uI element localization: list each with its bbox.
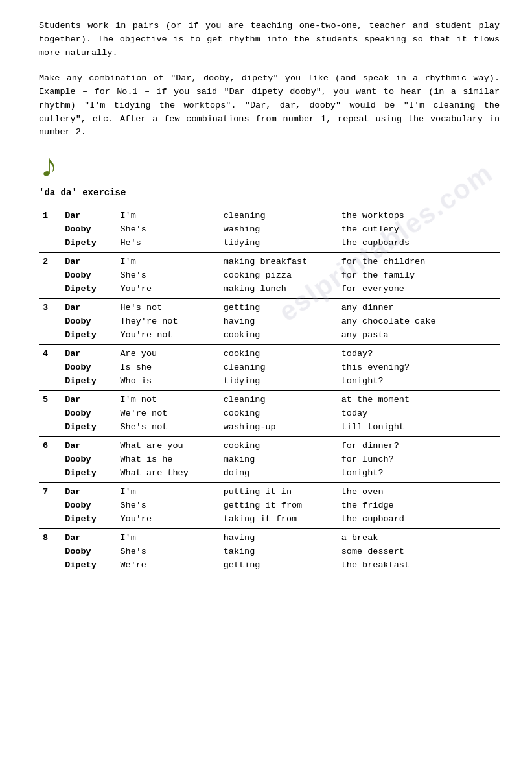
object-cell: tonight? [338,374,500,390]
beat-label: Dipety [61,512,116,528]
beat-label: Dooby [61,361,116,374]
beat-label: Dooby [61,499,116,512]
subject-cell: What is he [116,453,219,466]
exercise-table: 1DarI'mcleaningthe worktopsDoobyShe'swas… [39,207,500,574]
beat-label: Dar [61,390,116,407]
verb-cell: taking it from [220,512,338,528]
object-cell: the cupboards [338,236,500,252]
group-number-5 [39,420,61,436]
verb-cell: cooking [220,407,338,420]
verb-cell: cleaning [220,390,338,407]
group-number-8 [39,558,61,574]
subject-cell: She's [116,499,219,512]
beat-label: Dipety [61,328,116,344]
object-cell: the cutlery [338,222,500,236]
group-number-8: 8 [39,528,61,545]
object-cell: for everyone [338,282,500,298]
subject-cell: They're not [116,314,219,328]
verb-cell: putting it in [220,482,338,499]
group-number-2: 2 [39,252,61,268]
group-number-6: 6 [39,436,61,453]
subject-cell: He's [116,236,219,252]
verb-cell: making [220,453,338,466]
beat-label: Dar [61,252,116,268]
verb-cell: doing [220,466,338,482]
group-number-5 [39,407,61,420]
beat-label: Dar [61,298,116,314]
verb-cell: getting [220,558,338,574]
verb-cell: cooking [220,328,338,344]
subject-cell: You're [116,512,219,528]
verb-cell: getting [220,298,338,314]
beat-label: Dooby [61,314,116,328]
group-number-3: 3 [39,298,61,314]
group-number-5: 5 [39,390,61,407]
beat-label: Dooby [61,407,116,420]
group-number-1 [39,236,61,252]
object-cell: the fridge [338,499,500,512]
beat-label: Dooby [61,222,116,236]
subject-cell: She's [116,545,219,558]
group-number-7: 7 [39,482,61,499]
object-cell: this evening? [338,361,500,374]
group-number-3 [39,314,61,328]
object-cell: a break [338,528,500,545]
beat-label: Dipety [61,558,116,574]
group-number-4: 4 [39,344,61,361]
object-cell: any dinner [338,298,500,314]
subject-cell: Who is [116,374,219,390]
subject-cell: Is she [116,361,219,374]
object-cell: the oven [338,482,500,499]
verb-cell: cooking [220,436,338,453]
object-cell: till tonight [338,420,500,436]
verb-cell: having [220,314,338,328]
verb-cell: making lunch [220,282,338,298]
beat-label: Dipety [61,466,116,482]
beat-label: Dar [61,207,116,222]
subject-cell: What are they [116,466,219,482]
beat-label: Dar [61,344,116,361]
beat-label: Dipety [61,420,116,436]
verb-cell: getting it from [220,499,338,512]
group-number-4 [39,374,61,390]
verb-cell: washing [220,222,338,236]
intro-para1: Students work in pairs (or if you are te… [39,19,500,60]
group-number-6 [39,466,61,482]
subject-cell: What are you [116,436,219,453]
verb-cell: cleaning [220,207,338,222]
subject-cell: I'm [116,207,219,222]
beat-label: Dipety [61,282,116,298]
verb-cell: cooking [220,344,338,361]
section-title: 'da da' exercise [39,187,500,198]
subject-cell: I'm [116,252,219,268]
object-cell: the cupboard [338,512,500,528]
beat-label: Dar [61,436,116,453]
object-cell: at the moment [338,390,500,407]
object-cell: the breakfast [338,558,500,574]
object-cell: the worktops [338,207,500,222]
object-cell: for dinner? [338,436,500,453]
object-cell: any pasta [338,328,500,344]
verb-cell: taking [220,545,338,558]
music-icon: ♪ [39,151,500,185]
group-number-1 [39,222,61,236]
group-number-1: 1 [39,207,61,222]
subject-cell: I'm [116,482,219,499]
group-number-7 [39,499,61,512]
group-number-8 [39,545,61,558]
beat-label: Dooby [61,453,116,466]
object-cell: any chocolate cake [338,314,500,328]
verb-cell: cleaning [220,361,338,374]
subject-cell: You're not [116,328,219,344]
verb-cell: having [220,528,338,545]
object-cell: for the family [338,268,500,282]
verb-cell: washing-up [220,420,338,436]
subject-cell: I'm not [116,390,219,407]
beat-label: Dooby [61,545,116,558]
subject-cell: She's [116,268,219,282]
intro-para2: Make any combination of "Dar, dooby, dip… [39,72,500,140]
verb-cell: tidying [220,236,338,252]
object-cell: today [338,407,500,420]
object-cell: for the children [338,252,500,268]
object-cell: for lunch? [338,453,500,466]
